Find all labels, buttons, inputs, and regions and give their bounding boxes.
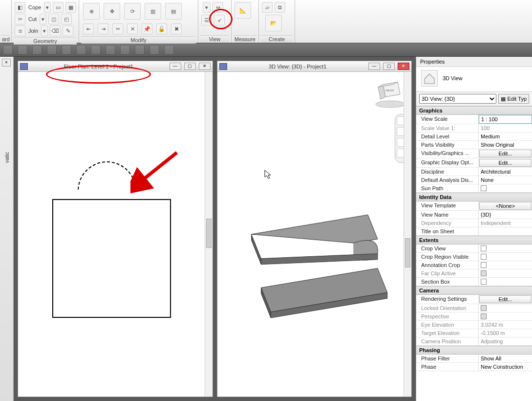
g-tool-6[interactable]: ✎ [63,25,73,36]
view-tool-3[interactable]: ☰ [201,15,212,25]
ribbon-group-geometry: Geometry [14,37,77,45]
close-button[interactable]: ✕ [199,63,211,70]
prop-rendering: Rendering Settings [416,295,479,304]
cope-label[interactable]: Cope [27,4,42,10]
move-icon[interactable]: ✥ [104,3,120,20]
val-view-scale[interactable]: 1 : 100 [479,115,532,124]
view-tool-4[interactable]: ➶ [214,15,225,25]
val-detail-level[interactable]: Medium [479,133,532,140]
view-tool-2[interactable]: ⇔ [213,2,223,13]
qat-6[interactable] [76,45,86,55]
floor-plan-canvas[interactable] [18,72,213,397]
g-tool-1[interactable]: ▭ [53,2,64,13]
g-tool-2[interactable]: ▦ [65,2,76,13]
qat-4[interactable] [47,45,57,55]
g-tool-3[interactable]: ◫ [48,14,59,24]
maximize-button[interactable]: ▢ [184,63,196,70]
join-label[interactable]: Join [27,28,39,34]
qat-3[interactable] [32,45,42,55]
chk-sun-path[interactable] [481,185,487,191]
threed-titlebar[interactable]: 3D View: {3D} - Project1 — ▢ ✕ [217,61,412,72]
left-panel-collapsed: × vatic [0,57,14,401]
group-phasing[interactable]: Phasing [416,346,532,355]
cope-icon[interactable]: ◧ [15,2,25,13]
view-template-button[interactable]: <None> [479,202,532,210]
create-tool-2[interactable]: ⧉ [275,2,285,13]
val-discipline[interactable]: Architectural [479,168,532,176]
cut-label[interactable]: Cut [27,16,38,22]
select-icon[interactable]: ⊕ [83,3,100,20]
cut-dd-icon[interactable]: ▾ [40,14,46,24]
unpin-icon[interactable]: 🔓 [156,23,167,34]
cut-icon[interactable]: ✂ [15,14,25,24]
val-default-analysis[interactable]: None [479,176,532,184]
create-tool-1[interactable]: ▱ [262,2,273,13]
create-open-icon[interactable]: 📂 [265,15,282,31]
scrollbar-vertical[interactable] [404,72,411,397]
val-view-name[interactable]: {3D} [479,211,532,219]
prop-default-analysis: Default Analysis Dis... [416,176,479,184]
annotation-arrow [130,148,189,197]
view-tool-1[interactable]: ▾ [203,2,211,13]
val-parts-visibility[interactable]: Show Original [479,141,532,149]
measure-icon[interactable]: 📐 [234,2,251,19]
scrollbar-vertical[interactable] [205,72,213,397]
join-icon[interactable]: ⧈ [15,25,25,36]
floor-plan-titlebar[interactable]: Floor Plan: Level 1 - Project1 — ▢ ✕ [18,61,213,72]
chk-section-box[interactable] [481,279,487,285]
qat-8[interactable] [106,45,115,55]
mirror-icon[interactable]: ▥ [145,3,161,20]
val-title-on-sheet[interactable] [479,227,532,235]
group-graphics[interactable]: Graphics [416,106,532,115]
ribbon-group-create: Create [261,35,293,43]
scrollbar-thumb[interactable] [405,238,410,267]
rendering-edit-button[interactable]: Edit... [479,295,532,303]
group-camera[interactable]: Camera [416,286,532,295]
minimize-button[interactable]: — [170,63,181,70]
g-tool-5[interactable]: ⌫ [50,25,61,36]
qat-1[interactable] [3,45,13,55]
type-selector[interactable]: 3D View [416,67,532,92]
edit-icon: ▦ [501,96,506,102]
house-icon [421,70,438,87]
trim-icon[interactable]: ✕ [127,23,138,34]
offset-icon[interactable]: ⇥ [98,23,108,34]
edit-graphic-display-button[interactable]: Edit... [479,159,532,167]
align-icon[interactable]: ⇤ [83,23,94,34]
close-icon[interactable]: × [2,59,11,67]
viewcube[interactable]: FRONT [373,75,407,109]
rotate-icon[interactable]: ⟳ [124,3,141,20]
maximize-button[interactable]: ▢ [383,63,395,70]
g-tool-4[interactable]: ◰ [61,14,72,24]
ribbon-group-view: View [200,35,229,43]
pin-icon[interactable]: 📌 [142,23,152,34]
val-phase-filter[interactable]: Show All [479,355,532,362]
chk-annotation-crop[interactable] [481,262,487,268]
qat-11[interactable] [149,45,159,55]
chk-crop-region[interactable] [481,254,487,260]
split-icon[interactable]: ✂ [112,23,123,34]
scrollbar-thumb[interactable] [206,219,212,248]
qat-10[interactable] [135,45,145,55]
group-identity[interactable]: Identity Data [416,193,532,201]
qat-9[interactable] [120,45,130,55]
qat-5[interactable] [62,45,71,55]
qat-7[interactable] [91,45,101,55]
minimize-button[interactable]: — [368,63,380,70]
left-panel-label: vatic [4,152,10,163]
group-extents[interactable]: Extents [416,236,532,245]
ribbon-group-modify: Modify [81,36,196,44]
close-button[interactable]: ✕ [398,63,409,70]
threed-canvas[interactable]: FRONT [217,72,412,397]
val-phase[interactable]: New Construction [479,363,532,371]
edit-vis-graphics-button[interactable]: Edit... [479,150,532,157]
edit-type-button[interactable]: ▦ Edit Typ [498,94,529,104]
delete-icon[interactable]: ✖ [171,23,182,34]
qat-12[interactable] [164,45,174,55]
array-icon[interactable]: ▤ [165,3,182,20]
qat-2[interactable] [18,45,27,55]
join-dd-icon[interactable]: ▾ [41,25,48,36]
chk-crop-view[interactable] [481,245,487,251]
cope-dd-icon[interactable]: ▾ [44,2,51,13]
view-selector[interactable]: 3D View: {3D} [419,94,496,104]
